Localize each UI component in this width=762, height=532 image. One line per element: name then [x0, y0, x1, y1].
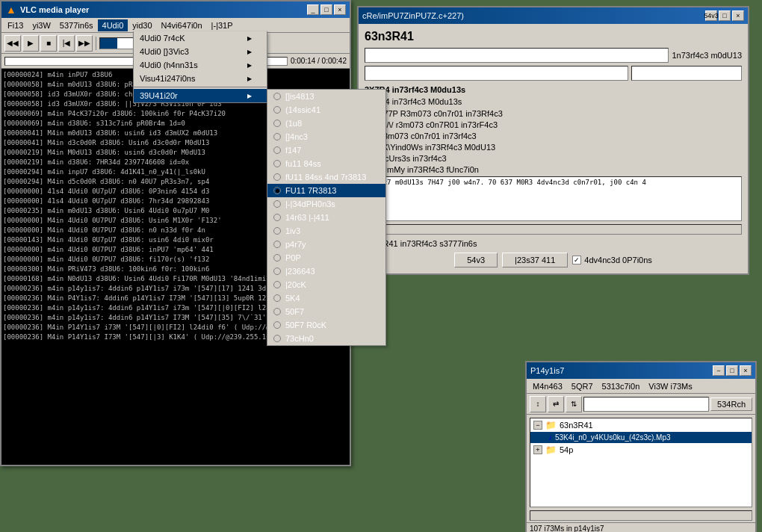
submenu-rock[interactable]: |20cK — [267, 278, 385, 291]
dropdown-audio-track[interactable]: 4Udi0 7r4cK — [134, 31, 267, 45]
maximize-button[interactable]: □ — [320, 4, 332, 15]
submenu-large-hall[interactable]: 14r63 |-|411 — [267, 211, 385, 224]
playlist-scrollbar-h[interactable] — [530, 510, 752, 521]
play-button[interactable]: ▶ — [22, 35, 39, 52]
save-button[interactable]: 54v3 — [454, 253, 498, 267]
submenu-disabled[interactable]: []is4813 — [267, 90, 385, 103]
menu-audio[interactable]: 4Udi0 — [98, 19, 128, 31]
next-button[interactable]: ▶▶ — [76, 35, 93, 52]
dropdown-visualizations[interactable]: Visu41i247i0ns — [134, 72, 267, 85]
playlist-close-button[interactable]: × — [740, 365, 752, 376]
codec-titlebar: cRe/imPU7ZinPU7Z.c+227) 54v3 □ × — [359, 7, 748, 24]
type-input[interactable] — [631, 66, 742, 81]
submenu-dance[interactable]: []4nc3 — [267, 130, 385, 143]
pl-menu-view[interactable]: Vi3W i73Ms — [644, 380, 696, 392]
section-label: 3X7R4 in73rf4c3 M0du13s — [365, 85, 742, 94]
codec-body: 63n3R41 1n73rf4c3 m0dU13 3X7R4 in73rf4c3… — [359, 24, 748, 273]
tree-file-mp3[interactable]: ♪ 53K4i_n0_y4KUs0ku_(42s3c).Mp3 — [530, 432, 752, 443]
checkbox-row-5: N/cUrs3s in73rf4c3 — [365, 154, 742, 163]
expand-icon[interactable]: − — [533, 421, 542, 430]
pl-menu-manage[interactable]: M4n463 — [528, 380, 567, 392]
pl-shuffle-button[interactable]: ⇄ — [548, 396, 564, 412]
submenu-full-treble[interactable]: FU11 7R3813 — [267, 184, 385, 197]
description-text: 5313c7 m0dU13s 7H47 j00 w4n7. 70 637 M0R… — [367, 179, 646, 186]
codec-maximize-button[interactable]: □ — [719, 10, 731, 21]
submenu-flat[interactable]: f147 — [267, 143, 385, 157]
radio-icon — [273, 227, 281, 235]
submenu-full-bass[interactable]: fu11 84ss — [267, 157, 385, 170]
menu-navigation[interactable]: N4vi647i0n — [157, 19, 207, 31]
submenu-headphones[interactable]: |-|34dPH0n3s — [267, 197, 385, 211]
vlc-logo-icon: ▲ — [5, 4, 17, 16]
codec-titlebar-text: cRe/imPU7ZinPU7Z.c+227) — [362, 11, 464, 20]
time-display: 0:00:14 / 0:00:42 — [291, 57, 347, 65]
interface-input[interactable] — [365, 66, 628, 81]
rewind-button[interactable]: ◀◀ — [4, 35, 21, 52]
radio-icon — [273, 133, 281, 140]
submenu-club[interactable]: (1u8 — [267, 117, 385, 130]
submenu-pop[interactable]: P0P — [267, 251, 385, 265]
codec-window: cRe/imPU7ZinPU7Z.c+227) 54v3 □ × 63n3R41… — [357, 6, 749, 275]
file-label: 53K4i_n0_y4KUs0ku_(42s3c).Mp3 — [555, 433, 671, 442]
submenu-party[interactable]: p4r7y — [267, 238, 385, 251]
radio-icon-filled — [273, 187, 281, 194]
submenu-ska[interactable]: 5K4 — [267, 291, 385, 305]
menu-video[interactable]: yid30 — [128, 19, 156, 31]
playlist-title: P14y1is7 — [530, 366, 564, 375]
radio-icon — [273, 93, 281, 100]
window-controls: _ □ × — [307, 4, 346, 15]
radio-icon — [273, 120, 281, 127]
reset-button[interactable]: |23s37 411 — [502, 253, 568, 267]
pl-loop-button[interactable]: ⇅ — [566, 396, 582, 412]
playlist-menubar: M4n463 5QR7 5313c7i0n Vi3W i73Ms — [527, 379, 755, 394]
description-area: 5313c7 m0dU13s 7H47 j00 w4n7. 70 637 M0R… — [365, 176, 742, 221]
menu-help[interactable]: |-|31P — [207, 19, 238, 31]
menu-settings[interactable]: 5377in6s — [55, 19, 98, 31]
pl-menu-sort[interactable]: 5QR7 — [567, 380, 598, 392]
codec-buttons: 54v3 |23s37 411 ✓ 4dv4nc3d 0P7i0ns — [365, 253, 742, 267]
menu-file[interactable]: Fi13 — [3, 19, 28, 31]
codec-minimize-button[interactable]: 54v3 — [705, 10, 717, 21]
folder-label: 63n3R41 — [560, 421, 593, 430]
stop-button[interactable]: ■ — [40, 35, 57, 52]
dropdown-audio-channels[interactable]: 4Udi0 (h4nn31s — [134, 58, 267, 72]
expand-icon-54p[interactable]: + — [533, 445, 542, 454]
submenu-live[interactable]: 1iv3 — [267, 224, 385, 238]
checkbox-label-1: |-|77P R3m073 c0n7r01 in73Rf4c3 — [377, 109, 503, 118]
checkbox-row-1: |-|77P R3m073 c0n7r01 in73Rf4c3 — [365, 109, 742, 118]
advanced-checkbox[interactable]: ✓ — [572, 256, 581, 265]
radio-icon — [273, 146, 281, 154]
submenu-soft-rock[interactable]: 50F7 R0cK — [267, 318, 385, 332]
folder-54p-label: 54p — [560, 445, 573, 454]
checkbox-row-3: |23m073 c0n7r01 in73rf4c3 — [365, 132, 742, 140]
dropdown-separator — [134, 87, 267, 87]
minimize-button[interactable]: _ — [307, 4, 319, 15]
pl-sort-button[interactable]: ↕ — [530, 396, 546, 412]
submenu-soft[interactable]: 50F7 — [267, 305, 385, 318]
search-button[interactable]: 534Rch — [710, 398, 752, 411]
prev-button[interactable]: |◀ — [58, 35, 75, 52]
playlist-maximize-button[interactable]: □ — [726, 365, 738, 376]
submenu-full-bass-treble[interactable]: fU11 84ss 4nd 7r3813 — [267, 170, 385, 184]
submenu-classical[interactable]: (14ssic41 — [267, 103, 385, 117]
uri-input[interactable] — [365, 48, 669, 63]
playlist-minimize-button[interactable]: − — [713, 365, 725, 376]
radio-icon — [273, 200, 281, 208]
search-input[interactable] — [583, 397, 709, 412]
playlist-tree: − 📁 63n3R41 ♪ 53K4i_n0_y4KUs0ku_(42s3c).… — [530, 418, 752, 507]
dropdown-equalizer[interactable]: 39U41i20r []is4813 (14ssic41 (1u8 []4nc3… — [134, 89, 267, 102]
section-sublabel: 3X7R4 in73rf4c3 M0du13s — [365, 97, 742, 106]
menu-view[interactable]: yi3W — [28, 19, 55, 31]
scrollbar-horizontal[interactable] — [365, 224, 742, 235]
close-button[interactable]: × — [334, 4, 346, 15]
checkbox-label-4: wX\Yind0Ws in73Rf4c3 M0dU13 — [377, 143, 495, 152]
tree-folder-54p[interactable]: + 📁 54p — [530, 443, 752, 457]
pl-menu-selection[interactable]: 5313c7i0n — [598, 380, 645, 392]
radio-icon — [273, 173, 281, 181]
tree-folder-general[interactable]: − 📁 63n3R41 — [530, 418, 752, 432]
submenu-techno[interactable]: 73cHn0 — [267, 332, 385, 345]
codec-close-button[interactable]: × — [732, 10, 744, 21]
dropdown-audio-device[interactable]: 4Udi0 [}3Vic3 — [134, 45, 267, 58]
equalizer-submenu: []is4813 (14ssic41 (1u8 []4nc3 f147 fu11… — [267, 89, 386, 346]
submenu-reggae[interactable]: |236643 — [267, 265, 385, 278]
